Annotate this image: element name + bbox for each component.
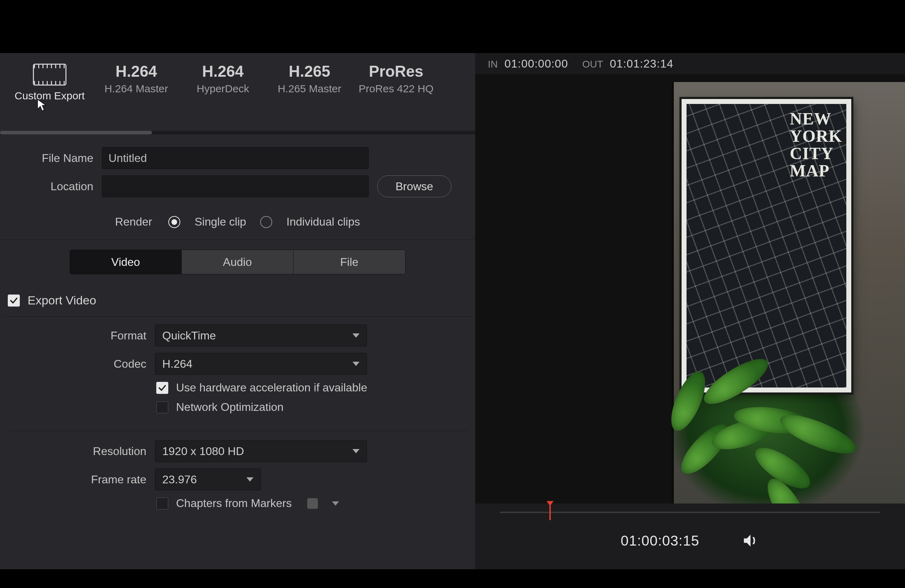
tab-video-label: Video xyxy=(111,256,140,269)
radio-individual-clips[interactable] xyxy=(260,216,272,228)
preview-frame-image: NEW YORK CITY MAP xyxy=(672,82,905,504)
preset-label: ProRes 422 HQ xyxy=(359,83,434,95)
poster-line-3: CITY xyxy=(790,144,834,163)
chevron-down-icon xyxy=(352,362,359,366)
preset-h265-master[interactable]: H.265 H.265 Master xyxy=(266,59,353,95)
preset-title: ProRes xyxy=(369,64,423,79)
tab-audio[interactable]: Audio xyxy=(182,250,294,274)
plant-graphic xyxy=(663,359,847,504)
resolution-value: 1920 x 1080 HD xyxy=(162,445,244,458)
codec-value: H.264 xyxy=(162,358,192,370)
chevron-down-icon xyxy=(246,477,254,482)
preset-scrollbar[interactable] xyxy=(0,131,475,134)
tab-audio-label: Audio xyxy=(223,256,252,269)
preset-scrollbar-thumb[interactable] xyxy=(0,131,152,134)
chapters-label: Chapters from Markers xyxy=(176,497,292,510)
file-name-value: Untitled xyxy=(108,152,147,165)
tab-video[interactable]: Video xyxy=(70,250,182,274)
radio-individual-clips-label: Individual clips xyxy=(286,215,360,229)
export-video-label: Export Video xyxy=(28,294,96,307)
film-strip-icon xyxy=(33,64,67,86)
poster-text: NEW YORK CITY MAP xyxy=(790,110,842,180)
tab-file[interactable]: File xyxy=(294,250,405,274)
location-label: Location xyxy=(8,180,93,193)
deliver-settings-panel: Custom Export H.264 H.264 Master H.264 H… xyxy=(0,53,475,569)
browse-label: Browse xyxy=(395,180,433,193)
check-icon xyxy=(158,383,167,393)
export-preset-strip: Custom Export H.264 H.264 Master H.264 H… xyxy=(0,53,475,131)
location-input[interactable] xyxy=(102,175,369,197)
check-icon xyxy=(9,296,18,305)
codec-select[interactable]: H.264 xyxy=(155,353,367,375)
poster-line-4: MAP xyxy=(790,161,829,180)
chevron-down-icon xyxy=(352,334,359,338)
video-viewer[interactable]: NEW YORK CITY MAP xyxy=(475,74,905,504)
in-label: IN xyxy=(488,59,498,70)
in-out-bar: IN 01:00:00:00 OUT 01:01:23:14 xyxy=(475,53,905,74)
format-value: QuickTime xyxy=(162,329,216,342)
network-opt-label: Network Optimization xyxy=(176,400,284,414)
network-opt-checkbox[interactable] xyxy=(156,401,168,413)
viewer-panel: IN 01:00:00:00 OUT 01:01:23:14 NEW xyxy=(475,53,905,569)
file-name-input[interactable]: Untitled xyxy=(102,147,369,169)
tab-file-label: File xyxy=(340,256,359,269)
preset-h264-master[interactable]: H.264 H.264 Master xyxy=(93,59,179,95)
audio-toggle[interactable] xyxy=(741,532,759,550)
in-timecode: 01:00:00:00 xyxy=(505,57,568,70)
radio-single-clip-label: Single clip xyxy=(194,215,246,229)
hw-accel-checkbox[interactable] xyxy=(156,382,168,394)
chapters-from-markers-checkbox[interactable] xyxy=(156,497,168,510)
transport-bar: 01:00:03:15 xyxy=(475,521,905,560)
marker-color-swatch[interactable] xyxy=(307,498,318,509)
preset-title: H.264 xyxy=(116,64,157,79)
resolution-select[interactable]: 1920 x 1080 HD xyxy=(155,440,367,462)
poster-line-2: YORK xyxy=(790,127,842,145)
settings-tabs: Video Audio File xyxy=(70,250,405,274)
chevron-down-icon[interactable] xyxy=(332,501,339,505)
preset-title: H.265 xyxy=(289,64,330,79)
poster-frame: NEW YORK CITY MAP xyxy=(681,99,851,393)
preset-hyperdeck[interactable]: H.264 HyperDeck xyxy=(179,59,266,95)
format-select[interactable]: QuickTime xyxy=(155,324,367,346)
frame-rate-select[interactable]: 23.976 xyxy=(155,469,261,490)
preset-title: H.264 xyxy=(202,64,244,79)
preset-label: Custom Export xyxy=(14,90,84,102)
chevron-down-icon xyxy=(352,449,359,453)
out-label: OUT xyxy=(582,59,603,70)
current-timecode: 01:00:03:15 xyxy=(621,533,699,549)
timeline-track[interactable] xyxy=(500,512,880,513)
preset-custom-export[interactable]: Custom Export xyxy=(6,59,93,102)
preset-label: H.264 Master xyxy=(104,83,168,95)
codec-label: Codec xyxy=(8,358,146,370)
render-label: Render xyxy=(115,215,152,229)
format-label: Format xyxy=(8,329,146,342)
browse-button[interactable]: Browse xyxy=(377,175,451,197)
playhead[interactable] xyxy=(549,505,551,520)
resolution-label: Resolution xyxy=(8,445,146,458)
poster-line-1: NEW xyxy=(790,109,832,128)
playhead-track[interactable] xyxy=(475,504,905,521)
render-mode-row: Render Single clip Individual clips xyxy=(0,204,475,240)
preset-prores-422hq[interactable]: ProRes ProRes 422 HQ xyxy=(353,59,440,95)
hw-accel-label: Use hardware acceleration if available xyxy=(176,381,367,394)
out-timecode: 01:01:23:14 xyxy=(610,57,673,70)
radio-single-clip[interactable] xyxy=(168,216,180,228)
frame-rate-label: Frame rate xyxy=(8,473,146,486)
speaker-icon xyxy=(741,532,759,550)
frame-rate-value: 23.976 xyxy=(162,473,197,486)
export-video-checkbox[interactable] xyxy=(8,294,20,307)
preset-label: H.265 Master xyxy=(278,83,341,95)
file-name-label: File Name xyxy=(8,152,93,165)
preset-label: HyperDeck xyxy=(197,83,249,95)
